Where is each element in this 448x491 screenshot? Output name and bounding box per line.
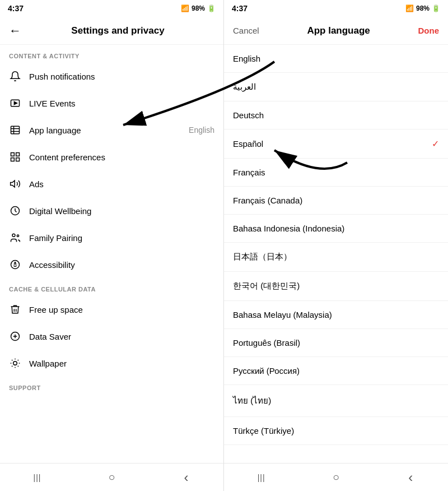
trash-icon: [9, 303, 21, 316]
language-item-espanol[interactable]: Español✓: [224, 129, 448, 159]
family-icon: [9, 231, 21, 244]
wallpaper-label: Wallpaper: [29, 359, 214, 368]
language-label-turkish: Türkçe (Türkiye): [233, 426, 294, 436]
language-label-arabic: العربية: [233, 82, 256, 92]
globe-icon: [9, 124, 21, 136]
signal-icon-right: 📶: [405, 4, 414, 12]
svg-rect-8: [16, 158, 20, 161]
back-button[interactable]: ←: [9, 24, 21, 38]
language-item-korean[interactable]: 한국어 (대한민국): [224, 272, 448, 301]
language-item-deutsch[interactable]: Deutsch: [224, 101, 448, 129]
ads-label: Ads: [29, 179, 214, 189]
check-icon-espanol: ✓: [432, 138, 439, 149]
accessibility-label: Accessibility: [29, 260, 214, 270]
bars-icon-left: [34, 473, 41, 483]
status-icons-right: 📶 98% 🔋: [405, 4, 440, 12]
svg-point-18: [13, 362, 17, 365]
svg-point-13: [17, 235, 18, 237]
section-label-support: SUPPORT: [0, 377, 223, 395]
menu-item-accessibility[interactable]: Accessibility: [0, 251, 223, 278]
back-icon-right: [408, 470, 413, 485]
lang-nav: Cancel App language Done: [224, 17, 448, 45]
page-title: Settings and privacy: [21, 25, 214, 36]
signal-icon: 📶: [181, 4, 189, 12]
bottom-nav-right: [224, 463, 448, 491]
wallpaper-icon: [9, 357, 21, 369]
language-item-thai[interactable]: ไทย (ไทย): [224, 385, 448, 417]
shield-icon: [9, 205, 21, 217]
menu-item-live-events[interactable]: LIVE Events: [0, 90, 223, 117]
app-language-label: App language: [29, 126, 181, 135]
back-icon-left: [184, 470, 189, 485]
language-label-english: English: [233, 54, 260, 63]
section-label-cache: CACHE & CELLULAR DATA: [0, 278, 223, 296]
left-panel: 4:37 📶 98% 🔋 ← Settings and privacy CONT…: [0, 0, 224, 491]
circle-icon-right: [333, 471, 339, 484]
svg-marker-10: [11, 180, 15, 187]
svg-rect-2: [11, 126, 20, 133]
menu-item-family-pairing[interactable]: Family Pairing: [0, 224, 223, 251]
language-label-bahasa-melayu: Bahasa Melayu (Malaysia): [233, 310, 332, 319]
battery-left: 98%: [192, 4, 205, 12]
time-left: 4:37: [8, 4, 24, 13]
cancel-button[interactable]: Cancel: [233, 26, 259, 35]
bell-icon: [9, 70, 21, 82]
app-language-value: English: [189, 126, 214, 135]
menu-item-app-language[interactable]: App language English: [0, 117, 223, 143]
language-item-portugues[interactable]: Português (Brasil): [224, 329, 448, 357]
menu-item-data-saver[interactable]: Data Saver: [0, 323, 223, 350]
menu-item-ads[interactable]: Ads: [0, 170, 223, 197]
language-item-turkish[interactable]: Türkçe (Türkiye): [224, 417, 448, 445]
language-item-bahasa-melayu[interactable]: Bahasa Melayu (Malaysia): [224, 301, 448, 329]
battery-right: 98%: [416, 4, 430, 12]
svg-point-15: [15, 262, 16, 263]
done-button[interactable]: Done: [418, 26, 439, 35]
menu-item-content-preferences[interactable]: Content preferences: [0, 143, 223, 170]
top-nav-left: ← Settings and privacy: [0, 17, 223, 45]
menu-item-free-up-space[interactable]: Free up space: [0, 296, 223, 323]
data-icon: [9, 330, 21, 342]
language-label-bahasa-indonesia: Bahasa Indonesia (Indonesia): [233, 224, 344, 233]
status-bar-right: 4:37 📶 98% 🔋: [224, 0, 448, 17]
language-item-japanese[interactable]: 日本語（日本）: [224, 243, 448, 272]
language-list: EnglishالعربيةDeutschEspañol✓FrançaisFra…: [224, 45, 448, 463]
battery-icon-right: 🔋: [432, 4, 440, 12]
live-events-label: LIVE Events: [29, 99, 214, 108]
language-item-francais-canada[interactable]: Français (Canada): [224, 187, 448, 215]
language-item-arabic[interactable]: العربية: [224, 73, 448, 101]
svg-rect-9: [11, 158, 15, 161]
digital-wellbeing-label: Digital Wellbeing: [29, 206, 214, 216]
menu-item-wallpaper[interactable]: Wallpaper: [0, 350, 223, 377]
push-notifications-label: Push notifications: [29, 72, 214, 81]
language-item-francais[interactable]: Français: [224, 159, 448, 187]
language-label-japanese: 日本語（日本）: [233, 252, 292, 262]
language-label-deutsch: Deutsch: [233, 110, 264, 120]
svg-rect-7: [16, 153, 20, 156]
free-up-space-label: Free up space: [29, 305, 214, 314]
svg-point-14: [11, 261, 20, 269]
nav-circle-left[interactable]: [101, 469, 123, 486]
menu-item-digital-wellbeing[interactable]: Digital Wellbeing: [0, 197, 223, 224]
status-icons-left: 📶 98% 🔋: [181, 4, 216, 12]
language-item-bahasa-indonesia[interactable]: Bahasa Indonesia (Indonesia): [224, 215, 448, 243]
svg-point-12: [12, 234, 15, 237]
nav-bars-right[interactable]: [250, 469, 273, 486]
nav-back-left[interactable]: [175, 469, 198, 486]
language-label-thai: ไทย (ไทย): [233, 394, 271, 407]
language-item-english[interactable]: English: [224, 45, 448, 73]
language-label-francais: Français: [233, 168, 265, 177]
content-preferences-label: Content preferences: [29, 152, 214, 162]
language-item-russian[interactable]: Русский (Россия): [224, 357, 448, 385]
language-label-korean: 한국어 (대한민국): [233, 281, 300, 291]
menu-item-push-notifications[interactable]: Push notifications: [0, 63, 223, 90]
circle-icon-left: [108, 471, 115, 484]
lang-title: App language: [307, 25, 370, 36]
svg-rect-6: [11, 153, 15, 156]
language-label-portugues: Português (Brasil): [233, 338, 300, 348]
nav-bars-left[interactable]: [26, 469, 49, 486]
nav-back-right[interactable]: [399, 469, 422, 486]
language-label-espanol: Español: [233, 139, 263, 149]
megaphone-icon: [9, 178, 21, 190]
svg-marker-1: [14, 102, 17, 105]
nav-circle-right[interactable]: [325, 469, 347, 486]
